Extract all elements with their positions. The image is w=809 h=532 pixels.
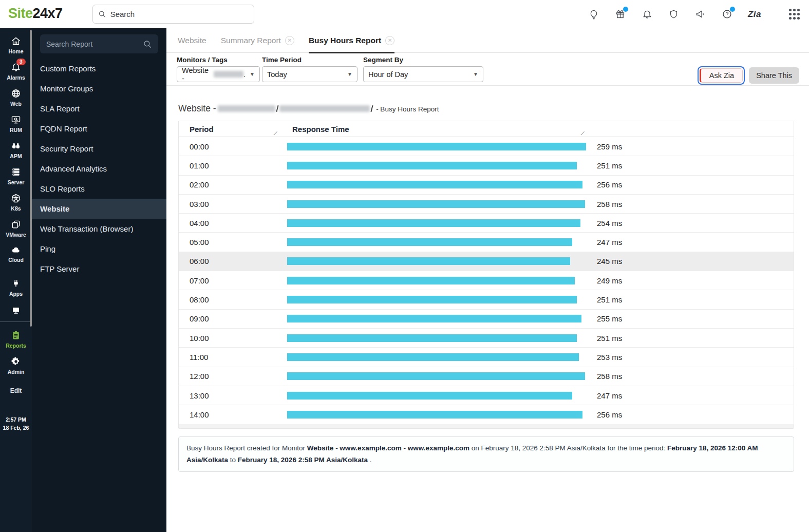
report-menu-item-sla-report[interactable]: SLA Report bbox=[32, 99, 166, 119]
response-time-value: 258 ms bbox=[597, 372, 622, 381]
sidebar-item-web[interactable]: Web bbox=[0, 88, 32, 107]
filter-bar: Monitors / Tags Website - . ▼ Time Perio… bbox=[166, 53, 809, 86]
announcements-megaphone-icon[interactable] bbox=[694, 8, 707, 21]
help-icon[interactable] bbox=[721, 8, 733, 21]
table-row[interactable]: 04:00254 ms bbox=[179, 214, 794, 233]
report-menu-item-ftp-server[interactable]: FTP Server bbox=[32, 259, 166, 279]
close-tab-icon[interactable]: ✕ bbox=[385, 36, 394, 45]
table-row[interactable]: 11:00253 ms bbox=[179, 348, 794, 367]
table-row[interactable]: 05:00247 ms bbox=[179, 233, 794, 252]
response-bar-track bbox=[287, 392, 586, 400]
table-row[interactable]: 07:00249 ms bbox=[179, 271, 794, 290]
period-cell: 14:00 bbox=[179, 410, 287, 419]
period-cell: 13:00 bbox=[179, 391, 287, 400]
report-menu-item-ping[interactable]: Ping bbox=[32, 239, 166, 259]
response-time-bar bbox=[287, 219, 580, 227]
table-row[interactable]: 01:00251 ms bbox=[179, 156, 794, 175]
report-menu-item-fqdn-report[interactable]: FQDN Report bbox=[32, 119, 166, 139]
table-row[interactable]: 03:00258 ms bbox=[179, 195, 794, 214]
chevron-down-icon: ▼ bbox=[343, 71, 352, 77]
column-header-response-time[interactable]: Response Time bbox=[287, 125, 349, 134]
report-menu-item-advanced-analytics[interactable]: Advanced Analytics bbox=[32, 159, 166, 179]
table-row[interactable]: 02:00256 ms bbox=[179, 176, 794, 195]
redaction-tick bbox=[276, 105, 279, 112]
report-menu-item-website[interactable]: Website bbox=[32, 199, 166, 219]
sidebar-item-server[interactable]: Server bbox=[0, 167, 32, 185]
zia-icon[interactable]: Zia bbox=[748, 8, 761, 21]
sidebar-item-vmware[interactable]: VMware bbox=[0, 219, 32, 238]
ideas-bulb-icon[interactable] bbox=[588, 8, 600, 21]
tab-website[interactable]: Website bbox=[178, 28, 206, 53]
table-row[interactable]: 08:00251 ms bbox=[179, 290, 794, 309]
report-menu-item-monitor-groups[interactable]: Monitor Groups bbox=[32, 79, 166, 99]
response-time-bar bbox=[287, 200, 585, 208]
sidebar-item-home[interactable]: Home bbox=[0, 36, 32, 54]
app-switcher-icon[interactable] bbox=[789, 9, 800, 20]
table-row[interactable]: 00:00259 ms bbox=[179, 137, 794, 156]
report-menu-item-security-report[interactable]: Security Report bbox=[32, 139, 166, 159]
site24x7-logo[interactable]: Site24x7 bbox=[8, 6, 63, 22]
column-resize-handle[interactable]: ⁄⁄ bbox=[581, 130, 584, 136]
sidebar-item-reports[interactable]: Reports bbox=[0, 330, 32, 349]
whats-new-gift-icon[interactable] bbox=[614, 8, 627, 21]
monitor-icon bbox=[11, 306, 21, 315]
security-shield-icon[interactable] bbox=[668, 8, 680, 21]
report-search-input[interactable] bbox=[46, 40, 143, 48]
ask-zia-button[interactable]: Ask Zia bbox=[698, 66, 745, 85]
sidebar-item-rum[interactable]: RUM bbox=[0, 115, 32, 133]
report-menu-item-custom-reports[interactable]: Custom Reports bbox=[32, 59, 166, 79]
global-search[interactable] bbox=[92, 5, 254, 24]
chevron-down-icon: ▼ bbox=[246, 71, 255, 77]
sidebar-item-cloud[interactable]: Cloud bbox=[0, 245, 32, 263]
share-this-button[interactable]: Share This bbox=[749, 67, 799, 84]
sidebar-item-edit[interactable]: Edit bbox=[0, 387, 32, 394]
report-menu-item-slo-reports[interactable]: SLO Reports bbox=[32, 179, 166, 199]
sidebar-item-admin[interactable]: Admin bbox=[0, 356, 32, 375]
table-rows: 00:00259 ms01:00251 ms02:00256 ms03:0025… bbox=[179, 137, 794, 424]
table-row[interactable]: 14:00256 ms bbox=[179, 405, 794, 424]
response-time-bar bbox=[287, 315, 581, 322]
table-row[interactable]: 09:00255 ms bbox=[179, 310, 794, 329]
segment-by-dropdown[interactable]: Hour of Day ▼ bbox=[363, 66, 483, 82]
sidebar-item-k8s[interactable]: K8s bbox=[0, 193, 32, 212]
sidebar-clock: 2:57 PM 18 Feb, 26 bbox=[0, 416, 32, 432]
top-header: Site24x7 Zia bbox=[0, 0, 809, 28]
sidebar-item-alarms[interactable]: 3 Alarms bbox=[0, 62, 32, 81]
table-row[interactable]: 12:00258 ms bbox=[179, 367, 794, 386]
notifications-bell-icon[interactable] bbox=[641, 8, 653, 21]
redacted-monitor-name bbox=[279, 105, 370, 112]
column-header-period[interactable]: Period bbox=[179, 125, 287, 134]
search-input[interactable] bbox=[110, 10, 249, 18]
period-cell: 03:00 bbox=[179, 200, 287, 208]
response-bar-track bbox=[287, 296, 586, 303]
period-cell: 00:00 bbox=[179, 142, 287, 151]
report-title: Website - - Busy Hours Report bbox=[178, 103, 797, 114]
period-cell: 07:00 bbox=[179, 276, 287, 285]
period-cell: 01:00 bbox=[179, 161, 287, 170]
table-scrollbar-track[interactable] bbox=[179, 424, 794, 428]
monitors-tags-dropdown[interactable]: Website - . ▼ bbox=[177, 66, 260, 82]
time-period-dropdown[interactable]: Today ▼ bbox=[262, 66, 358, 82]
tab-busy-hours-report[interactable]: Busy Hours Report ✕ bbox=[309, 28, 394, 53]
response-time-value: 249 ms bbox=[597, 276, 622, 285]
response-time-bar bbox=[287, 143, 586, 150]
report-menu-item-web-transaction-browser-[interactable]: Web Transaction (Browser) bbox=[32, 219, 166, 239]
tab-summary-report[interactable]: Summary Report ✕ bbox=[221, 28, 294, 53]
table-row[interactable]: 06:00245 ms bbox=[179, 252, 794, 271]
sidebar-item-device[interactable] bbox=[0, 306, 32, 315]
table-row[interactable]: 10:00251 ms bbox=[179, 329, 794, 348]
table-row[interactable]: 13:00247 ms bbox=[179, 386, 794, 405]
response-bar-track bbox=[287, 219, 586, 227]
sidebar-item-apm[interactable]: APM bbox=[0, 141, 32, 159]
report-footer-note: Busy Hours Report created for Monitor We… bbox=[178, 436, 794, 472]
response-time-value: 247 ms bbox=[597, 391, 622, 400]
response-time-bar bbox=[287, 411, 582, 419]
plug-icon bbox=[11, 278, 21, 289]
period-cell: 09:00 bbox=[179, 314, 287, 323]
sidebar-item-apps[interactable]: Apps bbox=[0, 278, 32, 297]
report-search-box[interactable] bbox=[40, 34, 158, 53]
response-bar-track bbox=[287, 277, 586, 284]
close-tab-icon[interactable]: ✕ bbox=[285, 36, 294, 45]
report-menu: Custom ReportsMonitor GroupsSLA ReportFQ… bbox=[32, 59, 166, 279]
alarms-count-badge: 3 bbox=[16, 59, 26, 65]
